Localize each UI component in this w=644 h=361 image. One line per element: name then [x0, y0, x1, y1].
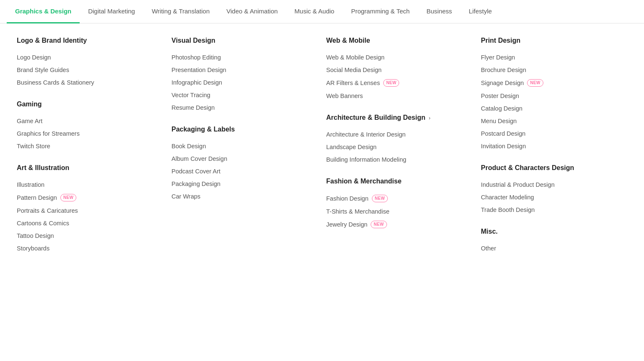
section-title-architecture-building: Architecture & Building Design› [326, 114, 473, 121]
main-nav: Graphics & DesignDigital MarketingWritin… [0, 0, 644, 23]
menu-link-character-modeling[interactable]: Character Modeling [481, 191, 627, 204]
badge-new: NEW [527, 79, 543, 87]
section-title-logo-brand: Logo & Brand Identity [17, 37, 163, 44]
section-title-fashion-merchandise: Fashion & Merchandise [326, 178, 473, 185]
menu-link-other[interactable]: Other [481, 242, 627, 255]
menu-link-invitation-design[interactable]: Invitation Design [481, 140, 627, 152]
badge-new: NEW [60, 194, 76, 201]
menu-link-t-shirts-merchandise[interactable]: T-Shirts & Merchandise [326, 205, 473, 218]
menu-link-business-cards-stationery[interactable]: Business Cards & Stationery [17, 76, 163, 89]
menu-link-book-design[interactable]: Book Design [171, 140, 318, 152]
section-title-print-design: Print Design [481, 37, 627, 44]
section-title-web-mobile: Web & Mobile [326, 37, 473, 44]
menu-link-postcard-design[interactable]: Postcard Design [481, 127, 627, 140]
menu-link-packaging-design[interactable]: Packaging Design [171, 178, 318, 190]
menu-link-pattern-design[interactable]: Pattern DesignNEW [17, 191, 163, 204]
chevron-icon: › [428, 115, 430, 121]
menu-column-col2: Visual DesignPhotoshop EditingPresentati… [171, 37, 318, 255]
menu-link-landscape-design[interactable]: Landscape Design [326, 141, 473, 153]
menu-link-album-cover-design[interactable]: Album Cover Design [171, 152, 318, 165]
menu-link-web-banners[interactable]: Web Banners [326, 90, 473, 102]
menu-link-cartoons-comics[interactable]: Cartoons & Comics [17, 217, 163, 229]
menu-link-brochure-design[interactable]: Brochure Design [481, 64, 627, 76]
menu-link-vector-tracing[interactable]: Vector Tracing [171, 89, 318, 101]
badge-new: NEW [371, 221, 387, 228]
menu-link-infographic-design[interactable]: Infographic Design [171, 76, 318, 89]
section-title-art-illustration: Art & Illustration [17, 164, 163, 172]
badge-new: NEW [383, 79, 399, 87]
menu-link-car-wraps[interactable]: Car Wraps [171, 190, 318, 203]
menu-link-signage-design[interactable]: Signage DesignNEW [481, 76, 627, 90]
menu-column-col1: Logo & Brand IdentityLogo DesignBrand St… [17, 37, 163, 255]
menu-link-tattoo-design[interactable]: Tattoo Design [17, 229, 163, 242]
menu-link-flyer-design[interactable]: Flyer Design [481, 51, 627, 64]
menu-link-portraits-caricatures[interactable]: Portraits & Caricatures [17, 204, 163, 217]
menu-link-fashion-design[interactable]: Fashion DesignNEW [326, 192, 473, 205]
menu-link-logo-design[interactable]: Logo Design [17, 51, 163, 64]
menu-link-trade-booth-design[interactable]: Trade Booth Design [481, 204, 627, 216]
menu-link-poster-design[interactable]: Poster Design [481, 90, 627, 102]
menu-link-menu-design[interactable]: Menu Design [481, 115, 627, 127]
badge-new: NEW [372, 195, 388, 202]
nav-item-graphics-design[interactable]: Graphics & Design [7, 0, 80, 23]
menu-link-game-art[interactable]: Game Art [17, 115, 163, 127]
nav-item-video-animation[interactable]: Video & Animation [218, 0, 286, 23]
menu-link-storyboards[interactable]: Storyboards [17, 242, 163, 255]
menu-link-resume-design[interactable]: Resume Design [171, 101, 318, 114]
menu-column-col4: Print DesignFlyer DesignBrochure DesignS… [481, 37, 627, 255]
menu-link-building-information-modeling[interactable]: Building Information Modeling [326, 153, 473, 166]
menu-link-twitch-store[interactable]: Twitch Store [17, 140, 163, 152]
section-title-visual-design: Visual Design [171, 37, 318, 44]
menu-column-col3: Web & MobileWeb & Mobile DesignSocial Me… [326, 37, 473, 255]
section-title-product-characters: Product & Characters Design [481, 164, 627, 172]
section-title-packaging-labels: Packaging & Labels [171, 126, 318, 133]
nav-item-writing-translation[interactable]: Writing & Translation [143, 0, 218, 23]
section-title-gaming: Gaming [17, 101, 163, 108]
menu-link-photoshop-editing[interactable]: Photoshop Editing [171, 51, 318, 64]
menu-link-social-media-design[interactable]: Social Media Design [326, 64, 473, 76]
nav-item-programming-tech[interactable]: Programming & Tech [343, 0, 418, 23]
menu-link-podcast-cover-art[interactable]: Podcast Cover Art [171, 165, 318, 178]
menu-link-brand-style-guides[interactable]: Brand Style Guides [17, 64, 163, 76]
menu-link-illustration[interactable]: Illustration [17, 178, 163, 191]
nav-item-music-audio[interactable]: Music & Audio [286, 0, 343, 23]
menu-link-industrial-product-design[interactable]: Industrial & Product Design [481, 178, 627, 191]
nav-item-lifestyle[interactable]: Lifestyle [460, 0, 500, 23]
mega-menu: Logo & Brand IdentityLogo DesignBrand St… [0, 23, 644, 268]
menu-link-presentation-design[interactable]: Presentation Design [171, 64, 318, 76]
section-title-misc: Misc. [481, 228, 627, 235]
menu-link-ar-filters-lenses[interactable]: AR Filters & LensesNEW [326, 76, 473, 90]
menu-link-web-mobile-design[interactable]: Web & Mobile Design [326, 51, 473, 64]
menu-link-graphics-for-streamers[interactable]: Graphics for Streamers [17, 127, 163, 140]
nav-item-digital-marketing[interactable]: Digital Marketing [80, 0, 143, 23]
menu-link-architecture-interior-design[interactable]: Architecture & Interior Design [326, 128, 473, 141]
menu-link-jewelry-design[interactable]: Jewelry DesignNEW [326, 218, 473, 231]
menu-link-catalog-design[interactable]: Catalog Design [481, 102, 627, 115]
nav-item-business[interactable]: Business [418, 0, 460, 23]
